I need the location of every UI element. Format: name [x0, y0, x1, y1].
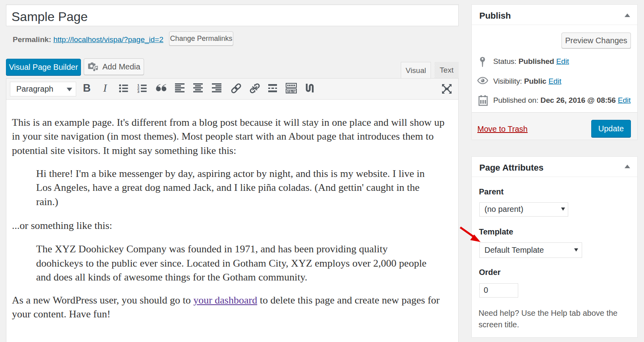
svg-text:3: 3 [137, 89, 139, 93]
